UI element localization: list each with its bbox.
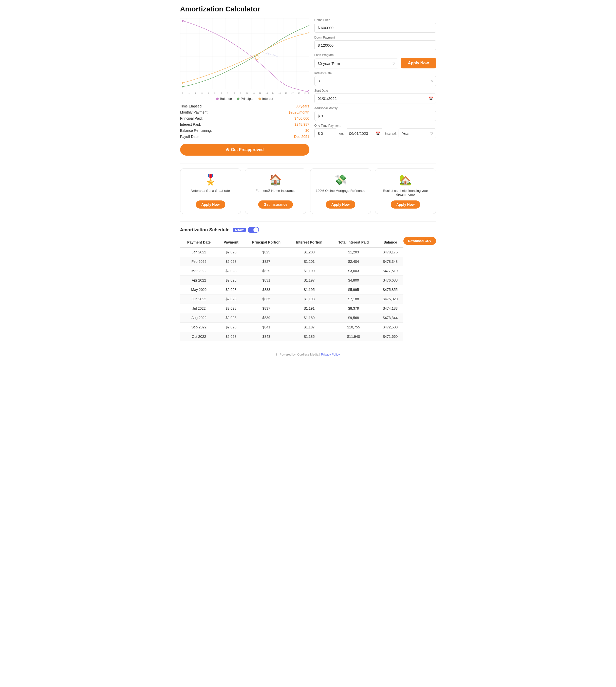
get-preapproved-button[interactable]: ⊙ Get Preapproved — [180, 144, 309, 156]
amortization-table: Payment Date Payment Principal Portion I… — [180, 237, 404, 341]
schedule-table-wrapper: Payment Date Payment Principal Portion I… — [180, 237, 404, 341]
stat-principal-paid: Principal Paid: $480,000 — [180, 115, 309, 121]
stat-monthly-payment: Monthly Payment: $2028/month — [180, 109, 309, 115]
start-date-input[interactable] — [314, 93, 436, 104]
interest-rate-input[interactable] — [314, 76, 436, 86]
svg-text:9: 9 — [240, 92, 241, 94]
down-payment-label: Down Payment — [314, 36, 436, 39]
loan-program-select[interactable]: 15-year Term 30-year Term 20-year Term — [314, 59, 398, 68]
one-time-payment-group: One Time Payment on: 📅 interval: Year Mo… — [314, 124, 436, 138]
farmers-icon: 🏠 — [269, 174, 282, 186]
col-payment-date: Payment Date — [180, 237, 218, 248]
preapproved-icon: ⊙ — [226, 147, 229, 152]
farmers-insurance-button[interactable]: Get Insurance — [258, 200, 293, 208]
calendar-icon: 📅 — [429, 96, 433, 101]
svg-text:18: 18 — [298, 92, 300, 94]
stats-section: Time Elapsed: 30 years Monthly Payment: … — [180, 103, 309, 140]
promo-card-farmers: 🏠 Farmers® Home Insurance Get Insurance — [245, 169, 306, 214]
svg-text:1: 1 — [189, 92, 190, 94]
legend-balance: Balance — [216, 97, 232, 101]
one-time-calendar-icon: 📅 — [376, 132, 380, 136]
additional-monthly-input[interactable] — [314, 111, 436, 121]
interest-rate-label: Interest Rate — [314, 71, 436, 75]
legend-interest: Interest — [259, 97, 273, 101]
svg-point-7 — [255, 56, 259, 60]
loan-program-select-wrapper: 15-year Term 30-year Term 20-year Term ▽ — [314, 59, 398, 68]
preapproved-label: Get Preapproved — [231, 148, 264, 152]
table-row: May 2022$2,028$833$1,195$5,995$475,855 — [180, 285, 404, 294]
svg-text:0: 0 — [182, 92, 183, 94]
stat-time-elapsed: Time Elapsed: 30 years — [180, 103, 309, 109]
svg-text:15: 15 — [278, 92, 281, 94]
svg-text:6: 6 — [221, 92, 222, 94]
footer-text: f Powered by: Cordless Media | Privacy P… — [276, 353, 340, 356]
svg-text:10: 10 — [246, 92, 248, 94]
home-price-group: Home Price — [314, 18, 436, 33]
loan-program-group: Loan Program 15-year Term 30-year Term 2… — [314, 53, 436, 68]
apply-now-button[interactable]: Apply Now — [401, 58, 436, 68]
svg-text:11: 11 — [252, 92, 255, 94]
refinance-apply-button[interactable]: Apply Now — [326, 200, 355, 208]
svg-point-1 — [181, 20, 183, 22]
svg-text:19: 19 — [304, 92, 306, 94]
down-payment-input[interactable] — [314, 40, 436, 50]
svg-text:7: 7 — [227, 92, 228, 94]
svg-text:13: 13 — [265, 92, 268, 94]
percent-icon: % — [430, 79, 433, 83]
table-row: Aug 2022$2,028$839$1,189$9,568$473,344 — [180, 313, 404, 323]
chart-legend: Balance Principal Interest — [180, 97, 309, 101]
home-price-label: Home Price — [314, 18, 436, 22]
one-time-date-wrapper: 📅 — [346, 129, 383, 138]
svg-text:4: 4 — [208, 92, 209, 94]
col-balance: Balance — [377, 237, 403, 248]
start-date-label: Start Date — [314, 89, 436, 92]
schedule-toggle[interactable] — [248, 227, 259, 233]
home-price-input[interactable] — [314, 23, 436, 33]
col-interest-portion: Interest Portion — [289, 237, 330, 248]
down-payment-group: Down Payment — [314, 36, 436, 50]
interest-rate-group: Interest Rate % — [314, 71, 436, 86]
additional-monthly-group: Additional Montly — [314, 106, 436, 121]
stat-interest-paid: Interest Paid: $248,987 — [180, 121, 309, 128]
svg-text:20: 20 — [308, 92, 309, 94]
interval-label: interval: — [385, 132, 397, 135]
svg-text:17: 17 — [291, 92, 293, 94]
download-csv-button[interactable]: Download CSV — [403, 237, 436, 245]
section-divider-2 — [180, 221, 436, 222]
svg-text:3: 3 — [201, 92, 203, 94]
toggle-wrapper: SHOW — [233, 227, 259, 233]
privacy-policy-link[interactable]: Privacy Policy — [321, 353, 340, 356]
amortization-chart: 0 1 2 3 4 5 6 7 8 9 10 11 12 13 14 15 16 — [180, 18, 309, 94]
svg-text:12: 12 — [259, 92, 261, 94]
table-row: Sep 2022$2,028$841$1,187$10,755$472,503 — [180, 323, 404, 332]
svg-text:14: 14 — [272, 92, 274, 94]
table-row: Jul 2022$2,028$837$1,191$8,379$474,183 — [180, 304, 404, 313]
start-date-group: Start Date 📅 — [314, 89, 436, 104]
interval-select[interactable]: Year Month — [399, 129, 436, 138]
svg-text:8: 8 — [234, 92, 235, 94]
svg-text:2: 2 — [195, 92, 196, 94]
page-title: Amortization Calculator — [180, 5, 436, 13]
toggle-knob — [254, 227, 259, 232]
promo-veterans-text: Veterans: Get a Great rate — [191, 189, 230, 196]
start-date-wrapper: 📅 — [314, 93, 436, 104]
section-divider-1 — [180, 163, 436, 163]
loan-program-label: Loan Program — [314, 53, 436, 57]
refinance-icon: 💸 — [334, 174, 347, 186]
rocket-apply-button[interactable]: Apply Now — [391, 200, 420, 208]
svg-text:5: 5 — [214, 92, 216, 94]
interest-rate-wrapper: % — [314, 76, 436, 86]
footer: f Powered by: Cordless Media | Privacy P… — [180, 349, 436, 356]
table-row: Feb 2022$2,028$827$1,201$2,404$478,348 — [180, 257, 404, 266]
table-row: Jan 2022$2,028$825$1,203$1,203$479,175 — [180, 248, 404, 257]
table-row: Mar 2022$2,028$829$1,199$3,603$477,519 — [180, 266, 404, 276]
promo-rocket-text: Rocket can help financing your dream hom… — [379, 189, 432, 196]
table-row: Apr 2022$2,028$831$1,197$4,800$476,688 — [180, 276, 404, 285]
one-time-amount-input[interactable] — [314, 129, 337, 138]
promo-section: 🎖️ Veterans: Get a Great rate Apply Now … — [180, 169, 436, 214]
promo-farmers-text: Farmers® Home Insurance — [256, 189, 295, 196]
interval-select-wrapper: Year Month ▽ — [399, 129, 436, 138]
veterans-apply-button[interactable]: Apply Now — [196, 200, 225, 208]
one-time-payment-row: on: 📅 interval: Year Month ▽ — [314, 129, 436, 138]
calculator-form: Home Price Down Payment Loan Program 15-… — [314, 18, 436, 156]
